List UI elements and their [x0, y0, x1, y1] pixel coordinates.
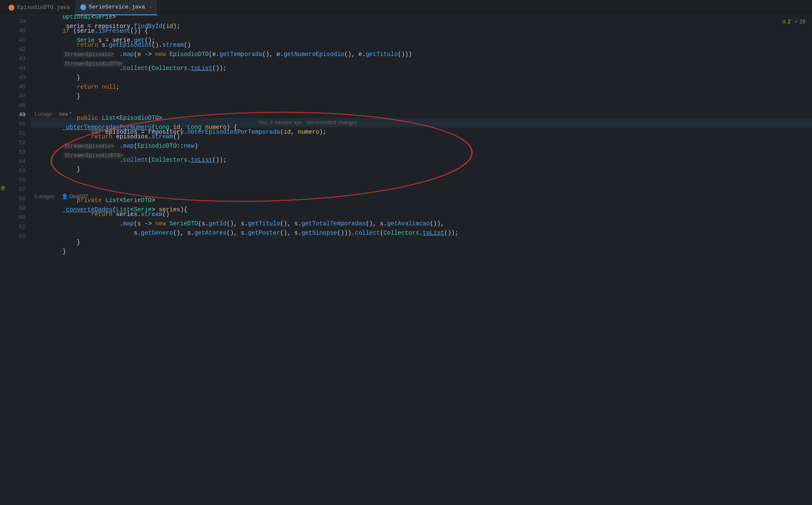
file-icon-orange: [8, 5, 14, 11]
file-icon-blue: [80, 4, 86, 10]
line-numbers: 39 40 41 42 43 44 45 46 47 48 49 50 51 5…: [8, 15, 31, 505]
ln-48: 48: [8, 101, 25, 110]
annotation-at-icon: @: [1, 185, 5, 191]
code-line-45: }: [31, 73, 812, 82]
code-text: [34, 174, 37, 183]
code-line-44: .collect(Collectors.toList());: [31, 64, 812, 73]
code-line-47: }: [31, 92, 812, 101]
code-line-55: [31, 174, 812, 183]
code-text: }: [34, 238, 66, 266]
ln-42: 42: [8, 45, 25, 54]
ln-58: 58: [8, 194, 25, 204]
ln-39: 39: [8, 17, 25, 26]
ln-51: 51: [8, 129, 25, 138]
ln-46: 46: [8, 82, 25, 92]
ln-50: 50: [8, 120, 25, 129]
close-tab-icon[interactable]: ✕: [149, 4, 152, 10]
tab-bar: EpisodioDTO.java SerieService.java ✕: [0, 0, 812, 15]
ln-41: 41: [8, 36, 25, 45]
ln-53: 53: [8, 148, 25, 157]
ln-57: 57: [8, 185, 25, 194]
code-line-46: return null;: [31, 82, 812, 92]
code-line-54: }: [31, 165, 812, 174]
ln-45: 45: [8, 73, 25, 82]
ln-62: 62: [8, 232, 25, 241]
left-gutter: @: [0, 15, 8, 505]
ln-52: 52: [8, 138, 25, 148]
ln-49: 49: [8, 110, 25, 120]
tab-serie-service[interactable]: SerieService.java ✕: [75, 0, 157, 15]
tab-episodio-dto[interactable]: EpisodioDTO.java: [3, 0, 75, 15]
ln-55: 55: [8, 166, 25, 176]
ln-56: 56: [8, 176, 25, 185]
code-line-61: }: [31, 238, 812, 247]
code-line-53: .collect(Collectors.toList());: [31, 155, 812, 165]
ln-43: 43: [8, 54, 25, 64]
code-line-62: }: [31, 247, 812, 256]
tab-label-episodio: EpisodioDTO.java: [17, 4, 70, 11]
ln-54: 54: [8, 157, 25, 166]
ln-47: 47: [8, 92, 25, 101]
ln-61: 61: [8, 222, 25, 232]
ln-44: 44: [8, 64, 25, 73]
editor-area: ⚠ 2 ✓ 19 @ 39 40 41 42 43 44 45 46 47 48…: [0, 15, 812, 505]
tab-label-serie: SerieService.java: [89, 4, 145, 10]
code-line-60: s.getGenero(), s.getAtores(), s.getPoste…: [31, 228, 812, 238]
ln-40: 40: [8, 26, 25, 36]
ln-59: 59: [8, 204, 25, 213]
code-content[interactable]: Optional<Serie> serie = repository.findB…: [31, 15, 812, 505]
ln-60: 60: [8, 213, 25, 222]
